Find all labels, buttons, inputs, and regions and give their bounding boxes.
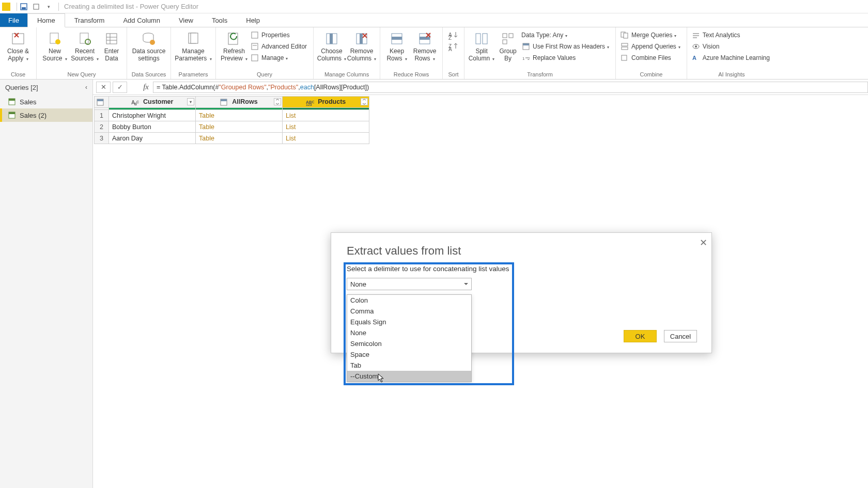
group-managecolumns-label: Manage Columns xyxy=(317,71,377,79)
formula-input[interactable]: = Table.AddColumn(#"Grouped Rows", "Prod… xyxy=(153,82,868,93)
tab-view[interactable]: View xyxy=(169,13,203,27)
remove-rows-button[interactable]: Remove Rows xyxy=(410,28,439,62)
sort-desc-button[interactable]: ZA xyxy=(448,42,459,51)
formula-cancel-button[interactable]: ✕ xyxy=(96,82,111,93)
delimiter-option-space[interactable]: Space xyxy=(347,349,471,360)
app-icon xyxy=(2,3,10,11)
fx-icon[interactable]: fx xyxy=(133,83,149,91)
formula-bar: ✕ ✓ fx = Table.AddColumn(#"Grouped Rows"… xyxy=(93,80,868,95)
query-item-sales-2[interactable]: Sales (2) xyxy=(0,108,92,122)
properties-button[interactable]: Properties xyxy=(249,29,310,41)
remove-columns-button[interactable]: Remove Columns xyxy=(347,28,377,62)
svg-rect-17 xyxy=(191,33,198,43)
new-source-button[interactable]: New Source xyxy=(40,28,70,62)
svg-rect-64 xyxy=(97,99,103,101)
group-close-label: Close xyxy=(3,71,33,79)
data-grid: ABC Customer ▾ AllRows ABC123 Products xyxy=(94,96,369,144)
dialog-ok-button[interactable]: OK xyxy=(624,330,657,342)
delimiter-option-none[interactable]: None xyxy=(347,327,471,338)
title-bar: ▾ Creating a delimited list - Power Quer… xyxy=(0,0,868,13)
delimiter-dropdown-list: Colon Comma Equals Sign None Semicolon S… xyxy=(347,294,472,382)
query-item-sales[interactable]: Sales xyxy=(0,95,92,108)
svg-rect-49 xyxy=(624,33,628,38)
group-by-button[interactable]: Group By xyxy=(495,28,520,62)
manage-query-button[interactable]: Manage xyxy=(249,52,310,64)
sort-asc-button[interactable]: AZ xyxy=(448,30,459,40)
azure-ml-button[interactable]: AAzure Machine Learning xyxy=(690,52,773,64)
delimiter-option-colon[interactable]: Colon xyxy=(347,295,471,306)
svg-rect-10 xyxy=(106,34,117,44)
svg-rect-22 xyxy=(252,55,258,61)
merge-queries-button[interactable]: Merge Queries xyxy=(619,29,684,41)
table-corner[interactable] xyxy=(95,97,109,108)
recent-sources-button[interactable]: Recent Sources xyxy=(70,28,100,62)
svg-rect-60 xyxy=(9,99,15,101)
vision-button[interactable]: Vision xyxy=(690,41,773,52)
choose-columns-button[interactable]: Choose Columns xyxy=(317,28,347,62)
manage-parameters-button[interactable]: Manage Parameters xyxy=(174,28,212,62)
column-filter-customer[interactable]: ▾ xyxy=(187,98,194,105)
enter-data-button[interactable]: Enter Data xyxy=(100,28,123,62)
table-row[interactable]: 1 Christopher Wright Table List xyxy=(95,110,369,121)
replace-values-button[interactable]: 12Replace Values xyxy=(520,52,612,64)
dialog-cancel-button[interactable]: Cancel xyxy=(664,330,697,342)
ribbon: Close & Apply Close New Source Recent So… xyxy=(0,27,868,80)
close-apply-button[interactable]: Close & Apply xyxy=(3,28,33,62)
svg-rect-39 xyxy=(476,34,481,44)
tab-file[interactable]: File xyxy=(0,13,27,27)
table-row[interactable]: 2 Bobby Burton Table List xyxy=(95,121,369,133)
qat-undo-icon[interactable] xyxy=(32,2,41,11)
queries-pane: Queries [2] ‹ Sales Sales (2) xyxy=(0,80,93,488)
svg-rect-43 xyxy=(503,40,507,44)
svg-rect-26 xyxy=(360,34,363,44)
delimiter-option-custom[interactable]: --Custom-- xyxy=(347,371,471,382)
use-first-row-headers-button[interactable]: Use First Row as Headers xyxy=(520,41,612,52)
table-row[interactable]: 3 Aaron Day Table List xyxy=(95,133,369,144)
qat-save-icon[interactable] xyxy=(19,2,28,11)
keep-rows-button[interactable]: Keep Rows xyxy=(383,28,410,62)
column-header-allrows[interactable]: AllRows xyxy=(196,97,283,108)
delimiter-option-equals[interactable]: Equals Sign xyxy=(347,317,471,327)
delimiter-combobox[interactable]: None xyxy=(347,278,472,290)
group-combine-label: Combine xyxy=(619,71,684,79)
group-ai-label: AI Insights xyxy=(690,71,773,79)
tab-transform[interactable]: Transform xyxy=(65,13,114,27)
data-type-button[interactable]: Data Type: Any xyxy=(520,29,612,41)
append-queries-button[interactable]: Append Queries xyxy=(619,41,684,52)
column-header-customer[interactable]: ABC Customer ▾ xyxy=(109,97,196,108)
svg-rect-3 xyxy=(12,34,24,44)
tab-help[interactable]: Help xyxy=(237,13,269,27)
group-query-label: Query xyxy=(219,71,310,79)
formula-commit-button[interactable]: ✓ xyxy=(113,82,127,93)
svg-text:A: A xyxy=(692,55,696,61)
datasource-settings-button[interactable]: Data source settings xyxy=(130,28,167,62)
delimiter-option-tab[interactable]: Tab xyxy=(347,360,471,371)
qat-customize-icon[interactable]: ▾ xyxy=(44,2,53,11)
svg-rect-50 xyxy=(622,43,628,46)
expand-products-icon[interactable] xyxy=(361,98,368,105)
svg-rect-1 xyxy=(22,7,26,9)
tab-tools[interactable]: Tools xyxy=(203,13,237,27)
column-header-products[interactable]: ABC123 Products xyxy=(283,97,369,108)
svg-text:A: A xyxy=(448,46,452,51)
tab-home[interactable]: Home xyxy=(27,13,65,27)
expand-allrows-icon[interactable] xyxy=(274,98,281,105)
group-sort-label: Sort xyxy=(446,71,461,79)
svg-rect-30 xyxy=(392,37,402,40)
advanced-editor-button[interactable]: Advanced Editor xyxy=(249,41,310,52)
collapse-queries-icon[interactable]: ‹ xyxy=(85,84,87,91)
group-parameters-label: Parameters xyxy=(174,71,212,79)
svg-rect-24 xyxy=(330,34,333,44)
delimiter-option-semicolon[interactable]: Semicolon xyxy=(347,338,471,349)
group-newquery-label: New Query xyxy=(40,71,123,79)
svg-rect-19 xyxy=(252,32,258,38)
text-analytics-button[interactable]: Text Analytics xyxy=(690,29,773,41)
svg-text:2: 2 xyxy=(528,56,530,61)
tab-add-column[interactable]: Add Column xyxy=(114,13,169,27)
dialog-close-button[interactable]: ✕ xyxy=(700,237,707,248)
combine-files-button[interactable]: Combine Files xyxy=(619,52,684,64)
dialog-prompt: Select a delimiter to use for concatenat… xyxy=(347,265,711,273)
refresh-preview-button[interactable]: Refresh Preview xyxy=(219,28,249,62)
split-column-button[interactable]: Split Column xyxy=(468,28,495,62)
delimiter-option-comma[interactable]: Comma xyxy=(347,306,471,317)
